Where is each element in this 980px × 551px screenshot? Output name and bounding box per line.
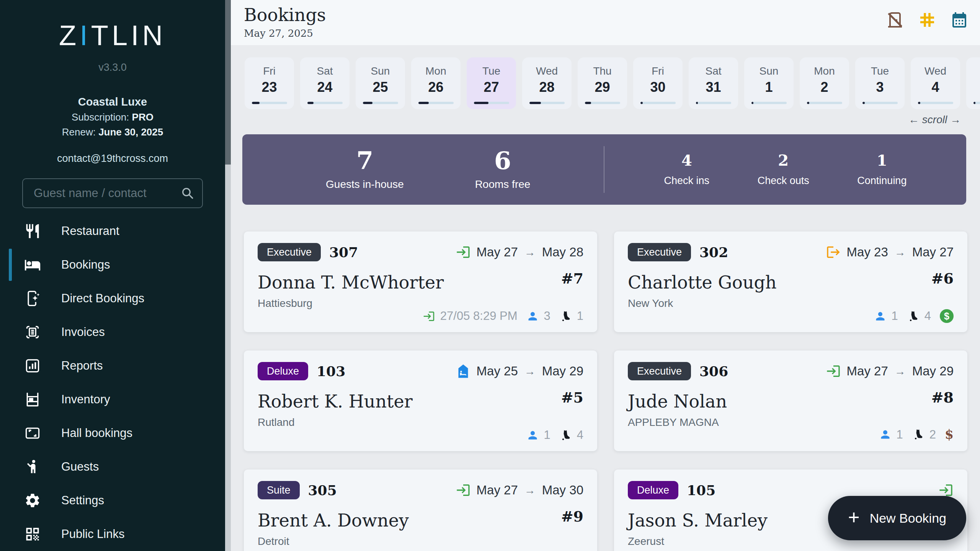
- grid-view-icon[interactable]: [918, 11, 936, 29]
- sidebar-item-hall-bookings[interactable]: Hall bookings: [0, 416, 225, 450]
- occupancy-track: [363, 102, 398, 104]
- stat-rooms-free: 6 Rooms free: [434, 148, 572, 191]
- guest-name: Brent A. Downey: [258, 510, 583, 531]
- new-booking-button[interactable]: + New Booking: [828, 496, 966, 540]
- bar-chart-icon: [24, 357, 41, 374]
- paid-icon: $: [940, 309, 954, 323]
- sidebar-item-guests[interactable]: Guests: [0, 450, 225, 484]
- occupancy-fill: [363, 102, 373, 104]
- occupancy-fill: [640, 102, 643, 104]
- booking-card[interactable]: Executive 307 May 27 → May 28 Donna T. M…: [244, 231, 597, 332]
- check-in-icon: [423, 310, 435, 323]
- sidebar-scrollbar[interactable]: [225, 0, 231, 551]
- subscription-line: Subscription: PRO: [0, 111, 225, 123]
- person-count: 3: [544, 309, 550, 323]
- shoe-icon: [907, 310, 920, 323]
- guest-search-input[interactable]: [33, 186, 181, 201]
- stats-bar: 7 Guests in-house 6 Rooms free 4 Check i…: [242, 134, 966, 205]
- stat-value: 7: [296, 148, 434, 173]
- stay-dates: May 23 → May 27: [826, 245, 954, 260]
- day-card[interactable]: Sun25: [356, 57, 405, 109]
- person-icon: [526, 429, 539, 442]
- stat-value: 1: [857, 153, 906, 168]
- search-icon[interactable]: [181, 186, 194, 200]
- header-titles: Bookings May 27, 2025: [244, 0, 326, 45]
- day-card[interactable]: Mon26: [411, 57, 461, 109]
- day-card-selected[interactable]: Tue27: [467, 57, 516, 109]
- stay-dates: [938, 483, 954, 498]
- check-in-icon: [826, 364, 841, 379]
- card-footer: 1 2 $: [879, 427, 954, 442]
- day-card[interactable]: Mon2: [800, 57, 849, 109]
- stat-guests-in-house: 7 Guests in-house: [296, 148, 434, 191]
- day-card[interactable]: Thu5: [966, 57, 980, 109]
- sidebar-item-public-links[interactable]: Public Links: [0, 517, 225, 551]
- booking-card[interactable]: Suite 305 May 27 → May 30 Brent A. Downe…: [244, 469, 597, 551]
- gear-icon: [24, 492, 41, 509]
- occupancy-fill: [862, 102, 865, 104]
- page-date: May 27, 2025: [244, 28, 326, 39]
- day-card[interactable]: Tue3: [855, 57, 905, 109]
- payment-due-icon: $: [945, 427, 954, 442]
- occupancy-track: [307, 102, 343, 104]
- day-of-week: Sun: [371, 65, 390, 77]
- date-start: May 25: [477, 364, 518, 378]
- sidebar-item-invoices[interactable]: Invoices: [0, 315, 225, 349]
- day-number: 2: [820, 79, 828, 95]
- booking-card[interactable]: Executive 306 May 27 → May 29 Jude Nolan…: [614, 350, 967, 451]
- subscription-value: PRO: [132, 111, 154, 123]
- day-number: 29: [595, 79, 610, 95]
- day-of-week: Mon: [814, 65, 835, 77]
- day-card[interactable]: Sat31: [689, 57, 738, 109]
- scrollbar-thumb[interactable]: [225, 0, 231, 165]
- sidebar-item-label: Hall bookings: [61, 426, 132, 440]
- occupancy-track: [640, 102, 676, 104]
- occupancy-track: [862, 102, 898, 104]
- date-end: May 29: [542, 364, 583, 378]
- booking-card[interactable]: Executive 302 May 23 → May 27 Charlotte …: [614, 231, 967, 332]
- stat-value: 6: [434, 148, 572, 173]
- day-card[interactable]: Sat24: [300, 57, 350, 109]
- sidebar-item-restaurant[interactable]: Restaurant: [0, 214, 225, 248]
- stay-dates: May 25 → May 29: [456, 364, 583, 379]
- day-card[interactable]: Wed28: [522, 57, 572, 109]
- date-end: May 27: [912, 245, 954, 259]
- logo-letter-accent: I: [80, 20, 91, 51]
- occupancy-track: [585, 102, 620, 104]
- day-card[interactable]: Fri30: [633, 57, 683, 109]
- day-card[interactable]: Wed4: [911, 57, 960, 109]
- room-type-badge: Suite: [258, 481, 300, 499]
- logo-letter: Z: [59, 20, 80, 51]
- sidebar-item-label: Guests: [61, 460, 99, 474]
- occupancy-fill: [918, 102, 920, 104]
- sidebar-item-reports[interactable]: Reports: [0, 349, 225, 383]
- stat-label: Continuing: [857, 175, 906, 187]
- person-icon: [526, 310, 539, 323]
- calendar-icon[interactable]: [950, 11, 969, 29]
- booking-ref: #6: [931, 270, 954, 287]
- sidebar-item-label: Bookings: [61, 258, 110, 272]
- day-of-week: Sat: [705, 65, 721, 77]
- booking-card[interactable]: Deluxe 103 May 25 → May 29 Robert K. Hun…: [244, 350, 597, 451]
- stat-check-outs: 2 Check outs: [758, 153, 809, 187]
- day-of-week: Fri: [652, 65, 664, 77]
- person-icon: [879, 428, 892, 441]
- day-card[interactable]: Sun1: [744, 57, 794, 109]
- occupancy-track: [751, 102, 787, 104]
- door-slash-icon[interactable]: [886, 11, 904, 29]
- sidebar-item-inventory[interactable]: Inventory: [0, 383, 225, 416]
- date-start: May 23: [847, 245, 888, 259]
- sidebar-item-bookings[interactable]: Bookings: [0, 248, 225, 282]
- occupancy-track: [696, 102, 731, 104]
- card-top-row: Executive 306 May 27 → May 29: [628, 362, 954, 380]
- stay-dates: May 27 → May 28: [456, 245, 583, 260]
- sidebar-item-direct-bookings[interactable]: Direct Bookings: [0, 282, 225, 315]
- day-card[interactable]: Fri23: [245, 57, 294, 109]
- day-number: 30: [650, 79, 665, 95]
- day-card[interactable]: Thu29: [578, 57, 627, 109]
- date-end: May 30: [542, 483, 583, 497]
- date-end: May 29: [912, 364, 954, 378]
- arrow-right-icon: →: [894, 246, 906, 259]
- sidebar-item-settings[interactable]: Settings: [0, 484, 225, 517]
- guest-search[interactable]: [22, 178, 203, 208]
